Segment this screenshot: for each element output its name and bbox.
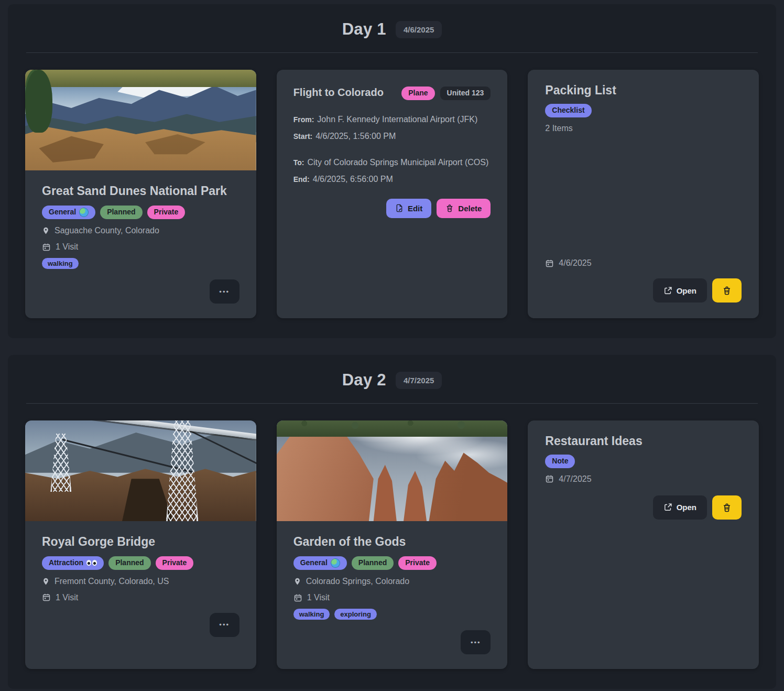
day-title: Day 1: [342, 20, 386, 39]
open-button[interactable]: Open: [653, 278, 707, 303]
visits-row: 1 Visit: [293, 593, 491, 602]
place-card-body: Garden of the Gods General Planned Priva…: [277, 521, 508, 669]
calendar-icon: [42, 593, 51, 602]
note-card-restaurant-ideas: Restaurant Ideas Note 4/7/2025 Open: [528, 420, 759, 669]
more-options-button[interactable]: •••: [210, 613, 239, 637]
eyes-icon: [86, 560, 97, 566]
visits-text: 1 Visit: [56, 242, 78, 252]
place-title: Great Sand Dunes National Park: [42, 184, 239, 198]
delete-button[interactable]: Delete: [437, 199, 491, 218]
delete-label: Delete: [458, 204, 482, 213]
location-text: Fremont County, Colorado, US: [55, 577, 169, 586]
flight-card: Flight to Colorado Plane United 123 From…: [277, 70, 508, 318]
tree-layer: [25, 70, 52, 133]
checklist-actions: Open: [545, 278, 742, 303]
note-badges: Note: [545, 455, 742, 468]
day-divider: [26, 403, 758, 404]
flight-to-row: To:City of Colorado Springs Municipal Ai…: [293, 158, 491, 167]
trash-icon: [445, 204, 454, 212]
flight-card-body: Flight to Colorado Plane United 123 From…: [277, 70, 508, 318]
flight-start-row: Start:4/6/2025, 1:56:00 PM: [293, 132, 491, 141]
to-label: To:: [293, 158, 304, 167]
edit-icon: [395, 204, 404, 212]
flight-end-row: End:4/6/2025, 6:56:00 PM: [293, 175, 491, 184]
visibility-badge: Private: [398, 556, 437, 570]
visits-text: 1 Visit: [307, 593, 330, 602]
tag-walking: walking: [42, 258, 79, 269]
end-label: End:: [293, 175, 310, 183]
more-options-button[interactable]: •••: [461, 630, 491, 654]
category-badge: Attraction: [42, 556, 104, 570]
external-link-icon: [663, 503, 672, 512]
checklist-date: 4/6/2025: [559, 258, 591, 268]
tag-exploring: exploring: [334, 609, 377, 620]
visibility-badge: Private: [156, 556, 194, 570]
place-badges: General Planned Private: [293, 556, 491, 570]
location-row: Colorado Springs, Colorado: [293, 577, 491, 586]
flight-from-row: From:John F. Kennedy International Airpo…: [293, 115, 491, 124]
ellipsis-icon: •••: [219, 288, 230, 296]
flight-badges: Plane United 123: [401, 87, 491, 100]
note-title: Restaurant Ideas: [545, 434, 742, 448]
category-badge-label: General: [49, 208, 76, 217]
day-title: Day 2: [342, 371, 386, 390]
edit-label: Edit: [408, 204, 422, 213]
more-options-button[interactable]: •••: [210, 279, 239, 304]
from-value: John F. Kennedy International Airport (J…: [317, 115, 477, 124]
place-badges: Attraction Planned Private: [42, 556, 239, 570]
place-photo-royal-gorge-bridge: [25, 420, 256, 521]
location-pin-icon: [293, 577, 301, 586]
place-card-great-sand-dunes: Great Sand Dunes National Park General P…: [25, 70, 256, 318]
checklist-type-badge: Checklist: [545, 104, 591, 117]
globe-icon: [79, 208, 89, 217]
location-text: Colorado Springs, Colorado: [306, 577, 409, 586]
visits-row: 1 Visit: [42, 593, 239, 602]
ellipsis-icon: •••: [219, 621, 230, 629]
status-badge: Planned: [352, 556, 394, 570]
place-tags: walking: [42, 258, 239, 269]
checklist-date-row: 4/6/2025: [545, 258, 742, 268]
delete-checklist-button[interactable]: [712, 278, 742, 303]
grass-layer: [25, 70, 256, 87]
checklist-badges: Checklist: [545, 104, 742, 117]
to-value: City of Colorado Springs Municipal Airpo…: [307, 158, 488, 167]
checklist-title: Packing List: [545, 83, 742, 98]
calendar-icon: [545, 259, 554, 268]
category-badge-label: General: [300, 558, 328, 568]
place-card-body: Great Sand Dunes National Park General P…: [25, 170, 256, 318]
place-card-garden-of-the-gods: Garden of the Gods General Planned Priva…: [277, 420, 508, 669]
place-badges: General Planned Private: [42, 206, 239, 219]
items-count-text: 2 Items: [545, 124, 572, 133]
trees-layer: [277, 420, 508, 437]
start-label: Start:: [293, 132, 313, 141]
open-button[interactable]: Open: [653, 495, 707, 520]
day-2-section: Day 2 4/7/2025 Royal Gorge Bridge Attrac…: [8, 355, 776, 689]
open-label: Open: [677, 286, 696, 295]
flight-number-badge: United 123: [440, 87, 491, 100]
open-label: Open: [677, 503, 696, 512]
place-title: Royal Gorge Bridge: [42, 535, 239, 549]
note-type-badge: Note: [545, 455, 575, 468]
end-value: 4/6/2025, 6:56:00 PM: [313, 175, 393, 183]
day-2-cards: Royal Gorge Bridge Attraction Planned Pr…: [8, 420, 776, 669]
bridge-tower-layer: [166, 420, 199, 521]
from-label: From:: [293, 115, 314, 124]
location-pin-icon: [42, 226, 50, 235]
day-1-section: Day 1 4/6/2025 Great Sand Dunes National…: [8, 4, 776, 338]
category-badge: General: [42, 206, 95, 219]
location-row: Fremont County, Colorado, US: [42, 577, 239, 586]
checklist-card-body: Packing List Checklist 2 Items 4/6/2025 …: [528, 70, 759, 318]
day-date-badge: 4/7/2025: [396, 372, 442, 389]
delete-note-button[interactable]: [712, 495, 742, 520]
flight-header: Flight to Colorado Plane United 123: [293, 84, 491, 100]
calendar-icon: [545, 474, 554, 483]
tag-walking: walking: [293, 609, 330, 620]
note-date: 4/7/2025: [559, 474, 591, 484]
edit-button[interactable]: Edit: [386, 199, 431, 218]
trash-icon: [722, 286, 732, 295]
category-badge: General: [293, 556, 347, 570]
calendar-icon: [293, 593, 302, 602]
day-date-badge: 4/6/2025: [396, 21, 442, 38]
globe-icon: [331, 558, 340, 568]
note-date-row: 4/7/2025: [545, 474, 742, 484]
